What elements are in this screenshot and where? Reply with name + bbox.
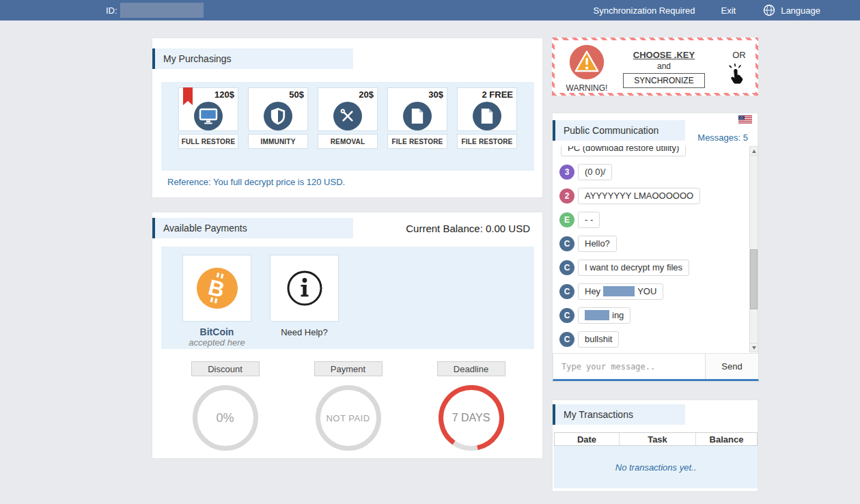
chat-bubble: HeyYOU <box>578 283 663 300</box>
chat-scrollbar[interactable] <box>749 146 758 352</box>
client-id-label: ID: <box>106 5 117 16</box>
payment-value: NOT PAID <box>316 385 381 451</box>
monitor-icon <box>194 102 223 130</box>
chat-message: C Hello? <box>559 236 749 252</box>
avatar: 3 <box>559 165 574 180</box>
sync-required-status: Synchronization Required <box>594 5 695 16</box>
warning-icon-column: WARNING! <box>566 44 608 93</box>
scroll-down-icon[interactable] <box>750 343 758 352</box>
available-payments-title: Available Payments <box>163 223 247 234</box>
product-box: 30$ <box>387 87 447 131</box>
product-box: 50$ <box>248 87 308 131</box>
product-box: 20$ <box>318 87 378 131</box>
product-tile-file-restore[interactable]: 30$ FILE RESTORE <box>387 87 447 171</box>
choose-key-link[interactable]: CHOOSE .KEY <box>633 50 695 60</box>
info-icon <box>270 255 339 322</box>
tools-icon <box>333 102 362 130</box>
payment-ring: NOT PAID <box>316 385 381 451</box>
products-area: 120$ FULL RESTORE 50$ IMMUNITY <box>161 82 534 171</box>
exit-button[interactable]: Exit <box>721 5 736 16</box>
redacted-text <box>585 310 609 320</box>
chat-message: PC (download restore utility) <box>561 146 749 156</box>
chat-text: ing <box>612 310 624 320</box>
product-tile-full-restore[interactable]: 120$ FULL RESTORE <box>178 87 238 171</box>
synchronize-button[interactable]: SYNCHRONIZE <box>623 73 705 88</box>
chat-text: Hey <box>585 286 600 296</box>
send-button[interactable]: Send <box>705 354 758 379</box>
chat-bubble: ing <box>578 307 630 324</box>
product-tile-file-restore-free[interactable]: 2 FREE FILE RESTORE <box>457 87 517 171</box>
avatar: C <box>559 236 574 251</box>
transactions-table-header: Date Task Balance <box>554 432 758 446</box>
avatar: 2 <box>559 188 574 204</box>
my-purchasings-card: My Purchasings 120$ FULL RESTORE 50$ <box>152 38 543 198</box>
discount-gauge: Discount 0% <box>190 361 261 451</box>
product-label: FULL RESTORE <box>178 134 238 149</box>
need-help-label: Need Help? <box>270 327 339 337</box>
product-label: IMMUNITY <box>248 134 308 149</box>
transactions-body: No transactions yet.. <box>554 446 758 488</box>
product-price: 50$ <box>289 89 304 100</box>
warning-actions: CHOOSE .KEY and SYNCHRONIZE <box>620 48 708 88</box>
top-bar: ID: Synchronization Required Exit Langua… <box>0 0 860 20</box>
and-text: and <box>620 61 708 71</box>
chat-bubble: bullshit <box>578 331 619 348</box>
bitcoin-payment-option[interactable]: B BitCoin accepted here <box>182 255 251 348</box>
current-balance: Current Balance: 0.00 USD <box>406 223 530 234</box>
chat-message: 3 (0 0)/ <box>559 164 749 180</box>
avatar: E <box>559 212 574 227</box>
or-text: OR <box>725 50 753 60</box>
chat-message-input[interactable] <box>553 354 705 379</box>
product-tile-removal[interactable]: 20$ REMOVAL <box>318 87 378 171</box>
chat-message-list: PC (download restore utility) 3 (0 0)/ 2… <box>553 146 749 348</box>
us-flag-icon <box>738 114 752 126</box>
my-purchasings-title: My Purchasings <box>163 53 232 64</box>
scrollbar-thumb[interactable] <box>750 249 758 309</box>
deadline-gauge: Deadline 7 DAYS <box>436 361 507 451</box>
chat-message: C HeyYOU <box>559 283 749 300</box>
client-id-value-redacted <box>120 3 204 18</box>
language-button[interactable]: Language <box>781 5 820 16</box>
scroll-up-icon[interactable] <box>750 147 758 156</box>
discount-label: Discount <box>191 361 260 376</box>
chat-bubble: I want to decrypt my files <box>578 260 689 276</box>
redacted-text <box>603 286 635 296</box>
column-date: Date <box>555 433 620 445</box>
product-label: FILE RESTORE <box>457 134 517 149</box>
sync-warning-box: WARNING! CHOOSE .KEY and SYNCHRONIZE OR <box>552 38 758 96</box>
featured-ribbon-icon <box>183 87 193 105</box>
ransomware-portal-page: ID: Synchronization Required Exit Langua… <box>0 0 860 504</box>
product-price: 2 FREE <box>482 89 513 100</box>
chat-input-row: Send <box>553 353 759 381</box>
available-payments-header: Available Payments <box>152 218 353 238</box>
payment-gauge: Payment NOT PAID <box>313 361 384 451</box>
chat-message: E - - <box>559 212 749 228</box>
available-payments-card: Available Payments Current Balance: 0.00… <box>152 212 543 459</box>
need-help-option[interactable]: Need Help? <box>270 255 339 337</box>
column-task: Task <box>620 433 696 445</box>
product-tile-immunity[interactable]: 50$ IMMUNITY <box>248 87 308 171</box>
avatar: C <box>559 284 574 299</box>
deadline-value: 7 DAYS <box>439 385 504 451</box>
file-icon <box>473 102 501 130</box>
my-transactions-card: My Transactions Date Task Balance No tra… <box>552 400 758 492</box>
messages-count: Messages: 5 <box>697 132 748 143</box>
chat-message: C bullshit <box>559 331 749 348</box>
chat-viewport: PC (download restore utility) 3 (0 0)/ 2… <box>553 146 749 352</box>
chat-text: YOU <box>637 286 656 296</box>
bitcoin-label: BitCoin <box>182 326 251 337</box>
discount-value: 0% <box>193 385 258 451</box>
my-transactions-title: My Transactions <box>564 409 633 420</box>
product-price: 30$ <box>428 89 443 100</box>
product-box: 2 FREE <box>457 87 517 131</box>
column-balance: Balance <box>696 433 757 445</box>
chat-bubble: AYYYYYYY LMAOOOOOO <box>578 188 700 204</box>
no-transactions-text: No transactions yet.. <box>615 462 697 473</box>
avatar: C <box>559 260 574 275</box>
chat-message: C I want to decrypt my files <box>559 260 749 276</box>
avatar: C <box>559 308 574 323</box>
gauges-row: Discount 0% Payment NOT PAID Deadline 7 … <box>152 361 544 451</box>
bitcoin-icon: B <box>182 255 251 322</box>
shield-icon <box>264 102 292 130</box>
chat-message: 2 AYYYYYYY LMAOOOOOO <box>559 188 749 204</box>
